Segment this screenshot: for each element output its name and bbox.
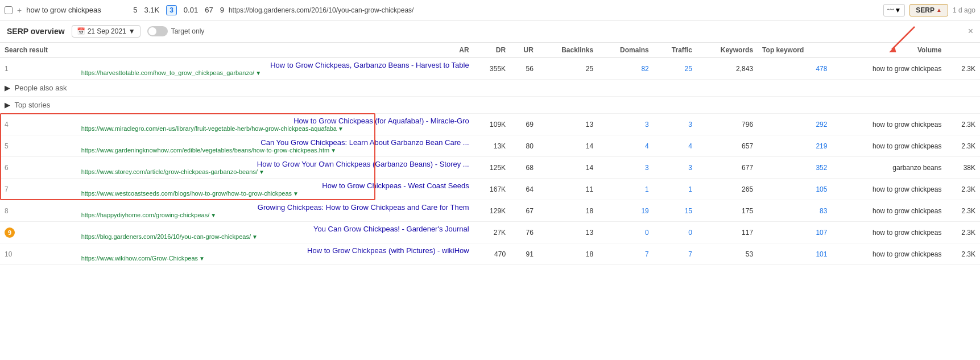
chart-button[interactable]: 〰 ▼ bbox=[883, 4, 905, 16]
volume-cell: 2.3K bbox=[946, 58, 980, 80]
url-dropdown-icon[interactable]: ▼ bbox=[338, 126, 344, 132]
ur-cell: 14 bbox=[538, 157, 598, 179]
serp-table: Search result AR DR UR Backlinks Domains… bbox=[0, 43, 980, 265]
chart-icon: 〰 bbox=[887, 6, 894, 14]
domains-cell: 7 bbox=[654, 243, 697, 265]
result-url: https://www.storey.com/article/grow-chic… bbox=[81, 168, 469, 175]
rank-cell: 8 bbox=[0, 200, 77, 222]
top-bar-metrics: 5 3.1K 3 0.01 67 9 bbox=[133, 5, 224, 15]
backlinks-cell: 19 bbox=[598, 200, 654, 222]
ur-cell: 13 bbox=[538, 222, 598, 243]
close-button[interactable]: × bbox=[968, 26, 973, 36]
top-keyword-cell: how to grow chickpeas bbox=[832, 243, 946, 265]
ar-cell: 109K bbox=[474, 114, 510, 135]
table-row: 9 You Can Grow Chickpeas! - Gardener's J… bbox=[0, 222, 980, 243]
domains-cell: 0 bbox=[654, 222, 697, 243]
backlinks-cell: 1 bbox=[598, 179, 654, 200]
rank-cell: 4 bbox=[0, 114, 77, 135]
table-row: 1 How to Grow Chickpeas, Garbanzo Beans … bbox=[0, 58, 980, 80]
plus-icon[interactable]: + bbox=[17, 6, 22, 15]
result-cell: Can You Grow Chickpeas: Learn About Garb… bbox=[77, 135, 474, 157]
table-row: ▶ People also ask bbox=[0, 80, 980, 97]
result-title-link[interactable]: How to Grow Your Own Chickpeas (Garbanzo… bbox=[81, 160, 469, 168]
table-row: ▶ Top stories bbox=[0, 97, 980, 114]
expand-icon[interactable]: ▶ bbox=[5, 101, 10, 109]
traffic-cell: 657 bbox=[697, 135, 758, 157]
result-title-link[interactable]: How to Grow Chickpeas (for Aquafaba!) - … bbox=[81, 117, 469, 125]
url-dropdown-icon[interactable]: ▼ bbox=[259, 169, 264, 175]
rank-cell: 10 bbox=[0, 243, 77, 265]
date-picker-button[interactable]: 📅 21 Sep 2021 ▼ bbox=[72, 25, 140, 38]
url-text: https://www.wikihow.com/Grow-Chickpeas bbox=[81, 255, 198, 262]
result-title-link[interactable]: Can You Grow Chickpeas: Learn About Garb… bbox=[81, 138, 469, 147]
expand-icon[interactable]: ▶ bbox=[5, 84, 10, 92]
domains-cell: 3 bbox=[654, 114, 697, 135]
calendar-icon: 📅 bbox=[77, 27, 85, 35]
metric-2: 3.1K bbox=[144, 6, 159, 14]
keywords-cell: 105 bbox=[758, 179, 832, 200]
result-title-link[interactable]: You Can Grow Chickpeas! - Gardener's Jou… bbox=[81, 225, 469, 233]
metric-6: 9 bbox=[220, 6, 224, 14]
result-cell: How to Grow Chickpeas (for Aquafaba!) - … bbox=[77, 114, 474, 135]
ur-cell: 11 bbox=[538, 179, 598, 200]
ur-cell: 14 bbox=[538, 135, 598, 157]
keywords-cell: 83 bbox=[758, 200, 832, 222]
expandable-cell: ▶ People also ask bbox=[0, 80, 946, 97]
dr-cell: 80 bbox=[510, 135, 538, 157]
col-header-top-keyword: Top keyword bbox=[758, 43, 832, 58]
table-row: 6 How to Grow Your Own Chickpeas (Garban… bbox=[0, 157, 980, 179]
url-dropdown-icon[interactable]: ▼ bbox=[255, 70, 261, 76]
keywords-cell: 107 bbox=[758, 222, 832, 243]
top-bar-right: 〰 ▼ SERP ▲ 1 d ago bbox=[883, 4, 975, 16]
dr-cell: 76 bbox=[510, 222, 538, 243]
table-header-row: Search result AR DR UR Backlinks Domains… bbox=[0, 43, 980, 58]
result-url: https://happydiyhome.com/growing-chickpe… bbox=[81, 212, 469, 218]
ur-cell: 18 bbox=[538, 243, 598, 265]
backlinks-cell: 7 bbox=[598, 243, 654, 265]
row-checkbox[interactable] bbox=[5, 6, 13, 14]
toggle-label: Target only bbox=[171, 27, 205, 35]
rank-cell: 7 bbox=[0, 179, 77, 200]
target-only-toggle-container: Target only bbox=[147, 26, 205, 36]
traffic-cell: 677 bbox=[697, 157, 758, 179]
serp-overview-title: SERP overview bbox=[7, 27, 65, 36]
volume-cell: 2.3K bbox=[946, 222, 980, 243]
toggle-knob bbox=[148, 27, 156, 35]
result-url: https://www.wikihow.com/Grow-Chickpeas ▼ bbox=[81, 255, 469, 262]
result-url: https://www.gardeningknowhow.com/edible/… bbox=[81, 147, 469, 154]
top-keyword-cell: how to grow chickpeas bbox=[832, 114, 946, 135]
ur-cell: 13 bbox=[538, 114, 598, 135]
ar-cell: 355K bbox=[474, 58, 510, 80]
domains-cell: 25 bbox=[654, 58, 697, 80]
time-ago: 1 d ago bbox=[953, 6, 975, 14]
url-dropdown-icon[interactable]: ▼ bbox=[210, 212, 216, 218]
result-title-link[interactable]: How to Grow Chickpeas (with Pictures) - … bbox=[81, 246, 469, 255]
volume-cell: 2.3K bbox=[946, 200, 980, 222]
result-url: https://blog.gardeners.com/2016/10/you-c… bbox=[81, 233, 469, 240]
serp-button[interactable]: SERP ▲ bbox=[909, 4, 948, 16]
rank-cell: 9 bbox=[0, 222, 77, 243]
result-cell: How to Grow Chickpeas (with Pictures) - … bbox=[77, 243, 474, 265]
serp-table-wrapper: Search result AR DR UR Backlinks Domains… bbox=[0, 43, 980, 265]
result-title-link[interactable]: How to Grow Chickpeas - West Coast Seeds bbox=[81, 181, 469, 190]
metric-badge-3: 3 bbox=[166, 5, 177, 15]
url-dropdown-icon[interactable]: ▼ bbox=[252, 234, 258, 240]
url-dropdown-icon[interactable]: ▼ bbox=[199, 255, 205, 262]
target-only-toggle[interactable] bbox=[147, 26, 168, 36]
result-url: https://www.westcoastseeds.com/blogs/how… bbox=[81, 190, 469, 197]
domains-cell: 3 bbox=[654, 157, 697, 179]
result-url: https://www.miraclegro.com/en-us/library… bbox=[81, 125, 469, 132]
result-title-link[interactable]: How to Grow Chickpeas, Garbanzo Beans - … bbox=[81, 61, 469, 69]
result-title-link[interactable]: Growing Chickpeas: How to Grow Chickpeas… bbox=[81, 203, 469, 212]
serp-label: SERP bbox=[916, 6, 934, 14]
keyword-label: how to grow chickpeas bbox=[26, 6, 129, 14]
col-header-volume: Volume bbox=[832, 43, 946, 58]
top-bar-url: https://blog.gardeners.com/2016/10/you-c… bbox=[229, 6, 879, 14]
url-dropdown-icon[interactable]: ▼ bbox=[330, 147, 336, 154]
metric-1: 5 bbox=[133, 6, 137, 14]
url-dropdown-icon[interactable]: ▼ bbox=[293, 191, 299, 197]
ar-cell: 129K bbox=[474, 200, 510, 222]
domains-cell: 15 bbox=[654, 200, 697, 222]
ar-cell: 470 bbox=[474, 243, 510, 265]
dr-cell: 64 bbox=[510, 179, 538, 200]
